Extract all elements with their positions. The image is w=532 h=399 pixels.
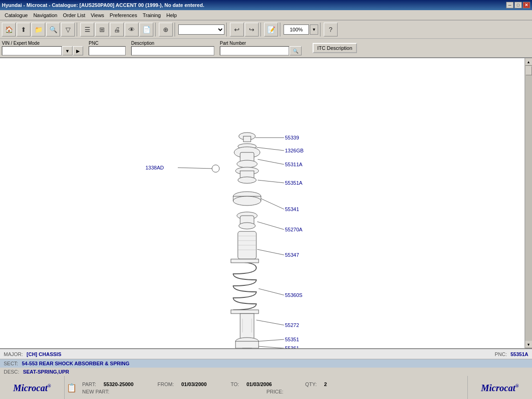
part-label-55360S[interactable]: 55360S — [285, 292, 302, 298]
vin-label: VIN / Expert Mode — [2, 41, 83, 46]
scroll-up-button[interactable]: ▲ — [525, 58, 532, 66]
part-label-55351A[interactable]: 55351A — [285, 180, 303, 186]
bottom-info-major-row: MAJOR: [CH] CHASSIS PNC: 55351A — [0, 349, 532, 359]
part-label-1326GB[interactable]: 1326GB — [285, 148, 303, 153]
part-label-55351[interactable]: 55351 — [285, 337, 299, 342]
price-label: PRICE: — [266, 389, 284, 394]
new-part-label: NEW PART: — [82, 389, 109, 394]
pnc-label: PNC — [89, 41, 126, 46]
part-search-button[interactable]: 🔍 — [290, 46, 302, 55]
bottom-body: Microcat® 📋 PART: 55320-25000 FROM: 01/0… — [0, 376, 532, 399]
description-input[interactable] — [131, 46, 214, 55]
help-button[interactable]: ? — [324, 23, 338, 36]
vin-group: VIN / Expert Mode ▼ ▶ — [2, 41, 83, 55]
desc-value: SEAT-SPRING,UPR — [23, 369, 69, 375]
new-part-row: NEW PART: PRICE: — [82, 389, 464, 394]
menu-training[interactable]: Training — [140, 12, 163, 19]
bottom-info-sect-row: SECT: 54-553 REAR SHOCK ABSORBER & SPRIN… — [0, 359, 532, 368]
toolbar: 🏠 ⬆ 📁 🔍 ▽ ☰ ⊞ 🖨 👁 📄 ⊕ ↩ ↪ 📝 ▼ ? — [0, 20, 532, 39]
title-bar: Hyundai - Microcat - Catalogue: [AUS250P… — [0, 0, 532, 10]
scroll-thumb[interactable] — [526, 66, 532, 75]
part-label-55347[interactable]: 55347 — [285, 252, 299, 258]
microcat-logo-left: Microcat® — [13, 383, 51, 393]
part-label-55272[interactable]: 55272 — [285, 322, 299, 328]
svg-rect-38 — [236, 341, 259, 348]
print-button[interactable]: 🖨 — [110, 23, 124, 36]
toolbar-separator-6 — [280, 23, 282, 36]
qty-value: 2 — [324, 381, 327, 387]
svg-rect-31 — [231, 310, 259, 314]
part-label-1338AD[interactable]: 1338AD — [145, 165, 164, 170]
menu-preferences[interactable]: Preferences — [107, 12, 140, 19]
menu-views[interactable]: Views — [88, 12, 107, 19]
scroll-track[interactable] — [525, 66, 532, 341]
expand-button[interactable]: ⊕ — [159, 23, 173, 36]
search-button[interactable]: 🔍 — [46, 23, 60, 36]
list-button[interactable]: ☰ — [80, 23, 94, 36]
part-label-55311A[interactable]: 55311A — [285, 162, 303, 167]
diagram-area: 55339 1326GB 1338AD 55311A 55351A — [0, 58, 525, 348]
field-bar: VIN / Expert Mode ▼ ▶ PNC Description Pa… — [0, 39, 532, 58]
svg-line-40 — [259, 346, 284, 348]
detail-button[interactable]: ⊞ — [95, 23, 109, 36]
part-number-label: Part Number — [220, 41, 302, 46]
undo-button[interactable]: ↩ — [230, 23, 244, 36]
zoom-dropdown-button[interactable]: ▼ — [310, 24, 318, 35]
folder-button[interactable]: 📁 — [31, 23, 45, 36]
logo-left-area: Microcat® — [0, 376, 65, 399]
part-label-55339[interactable]: 55339 — [285, 135, 299, 140]
back-button[interactable]: ⬆ — [17, 23, 30, 36]
svg-line-39 — [259, 339, 284, 341]
vertical-scrollbar: ▲ ▼ — [525, 58, 532, 348]
home-button[interactable]: 🏠 — [2, 23, 16, 36]
part-number-group: Part Number 🔍 — [220, 41, 302, 55]
sect-value: 54-553 REAR SHOCK ABSORBER & SPRING — [22, 361, 129, 366]
toolbar-separator-4 — [226, 23, 228, 36]
maximize-button[interactable]: □ — [514, 2, 522, 8]
part-label-55341[interactable]: 55341 — [285, 206, 299, 212]
filter-button[interactable]: ▽ — [61, 23, 75, 36]
part-label-55270A[interactable]: 55270A — [285, 227, 303, 232]
redo-button[interactable]: ↪ — [245, 23, 259, 36]
menu-help[interactable]: Help — [163, 12, 180, 19]
sect-info: SECT: 54-553 REAR SHOCK ABSORBER & SPRIN… — [4, 361, 129, 366]
menu-catalogue[interactable]: Catalogue — [2, 12, 30, 19]
document-icon: 📋 — [66, 383, 77, 393]
vin-input[interactable] — [2, 46, 62, 55]
vin-next-button[interactable]: ▶ — [73, 46, 83, 55]
minimize-button[interactable]: ─ — [506, 2, 514, 8]
close-button[interactable]: ✕ — [523, 2, 530, 8]
toolbar-separator-1 — [77, 23, 79, 36]
menu-navigation[interactable]: Navigation — [30, 12, 60, 19]
window-controls: ─ □ ✕ — [506, 2, 530, 8]
desc-label: DESC: — [4, 369, 19, 375]
parts-diagram: 55339 1326GB 1338AD 55311A 55351A — [0, 58, 525, 348]
svg-rect-33 — [240, 314, 254, 341]
note-button[interactable]: 📝 — [264, 23, 278, 36]
svg-point-10 — [237, 160, 257, 168]
svg-point-22 — [239, 223, 255, 229]
zoom-input[interactable] — [284, 24, 309, 35]
itc-description-button[interactable]: ITC Description — [313, 43, 357, 53]
pnc-group: PNC — [89, 41, 126, 55]
part-number-input[interactable] — [220, 46, 289, 55]
section-dropdown[interactable] — [178, 24, 224, 35]
pnc-input[interactable] — [89, 46, 126, 55]
qty-label: QTY: — [305, 381, 317, 387]
svg-point-14 — [238, 177, 256, 183]
to-value: 01/03/2006 — [247, 381, 272, 387]
to-label: TO: — [231, 381, 239, 387]
description-group: Description — [131, 41, 214, 55]
preview-button[interactable]: 👁 — [125, 23, 139, 36]
menu-order-list[interactable]: Order List — [60, 12, 88, 19]
part-label: PART: — [82, 381, 96, 387]
vin-down-button[interactable]: ▼ — [62, 46, 73, 55]
part-label-55361[interactable]: 55361 — [285, 345, 299, 348]
sect-label: SECT: — [4, 361, 18, 366]
page-button[interactable]: 📄 — [139, 23, 153, 36]
toolbar-separator-3 — [175, 23, 176, 36]
desc-info: DESC: SEAT-SPRING,UPR — [4, 369, 69, 375]
microcat-logo-right: Microcat® — [481, 383, 519, 393]
scroll-down-button[interactable]: ▼ — [525, 341, 532, 348]
window-title: Hyundai - Microcat - Catalogue: [AUS250P… — [2, 2, 204, 8]
